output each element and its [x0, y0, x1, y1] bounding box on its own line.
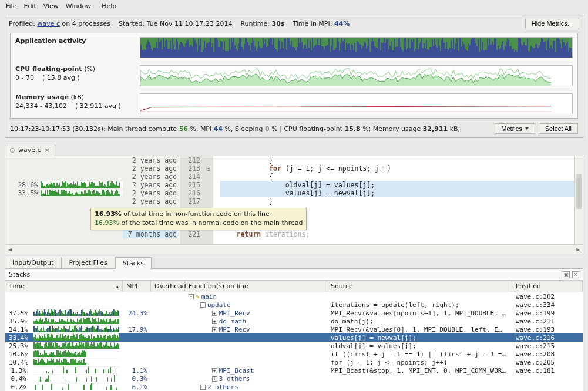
main-icon: ✎ [196, 293, 200, 301]
tree-toggle-icon[interactable]: - [200, 302, 206, 308]
tree-toggle-icon[interactable]: - [189, 294, 194, 299]
tree-toggle-icon[interactable]: + [212, 376, 217, 382]
stack-row[interactable]: -✎mainwave.c:302 [5, 292, 583, 301]
cpu-fp-graph[interactable] [140, 65, 573, 86]
tree-toggle-icon[interactable]: + [212, 327, 217, 332]
file-tab-label: wave.c [18, 146, 41, 154]
file-tabs: wave.c × [5, 144, 583, 156]
line-time-tooltip: 16.93% of total time in non-function cod… [90, 208, 307, 230]
stack-row[interactable]: 0.4%0.3% +3 others [5, 375, 583, 383]
profiled-processes: on 4 processes [60, 20, 110, 28]
column-position[interactable]: Position [512, 281, 583, 292]
stack-row[interactable]: 10.6% if ((first + j - 1 == 1) || (first… [5, 350, 583, 358]
menu-edit[interactable]: Edit [20, 1, 39, 11]
overview-panel: Profiled: wave c on 4 processes Started:… [5, 15, 583, 138]
stacks-title: Stacks [9, 271, 30, 278]
memory-unit: (kB) [71, 93, 85, 101]
vertical-scrollbar[interactable] [574, 156, 583, 244]
stacks-table-body: -✎mainwave.c:302 -updateiterations = upd… [5, 292, 583, 391]
menu-file[interactable]: File [2, 1, 20, 11]
tree-toggle-icon[interactable]: + [212, 311, 217, 316]
metrics-box: Application activity CPU floating-point … [10, 33, 578, 119]
tab-input-output[interactable]: Input/Output [5, 257, 61, 268]
tab-stacks[interactable]: Stacks [115, 257, 152, 269]
column-time[interactable]: Time▴ [5, 281, 123, 292]
stack-row[interactable]: 33.4% values[j] = newval[j];wave.c:216 [5, 333, 583, 342]
memory-title: Memory usage [15, 93, 69, 101]
sort-asc-icon: ▴ [116, 284, 119, 289]
started-label: Started: Tue Nov 11 10:17:23 2014 [119, 20, 232, 28]
cpu-fp-title: CPU floating-point [15, 65, 82, 73]
tab-project-files[interactable]: Project Files [61, 257, 115, 268]
close-panel-icon[interactable]: × [572, 271, 579, 278]
file-tab-wave-c[interactable]: wave.c × [5, 144, 55, 156]
stack-row[interactable]: 35.9% +do_mathdo_math(j);wave.c:211 [5, 317, 583, 325]
status-sleep-pct: 0 [265, 125, 270, 133]
memory-range: 24,334 - 43,102 [15, 102, 67, 110]
source-line[interactable]: } [220, 197, 583, 205]
profiled-target-link[interactable]: wave c [37, 20, 60, 28]
select-all-button[interactable]: Select All [539, 123, 578, 134]
runtime-value: 30s [272, 20, 285, 28]
source-line[interactable]: for (j = 1; j <= npoints; j++) [220, 164, 583, 173]
stack-row[interactable]: 25.3% oldval[j] = values[j];wave.c:215 [5, 342, 583, 350]
stack-row[interactable]: 10.4% for (j = 1; j <= npoints; j++)wave… [5, 358, 583, 366]
metrics-dropdown-button[interactable]: Metrics [495, 123, 535, 134]
stacks-panel: Stacks ▣ × Time▴ MPI Overhead Function(s… [5, 268, 583, 391]
status-mem: 32,911 [423, 125, 448, 133]
scroll-left-icon[interactable]: ◄ [5, 246, 14, 252]
column-mpi[interactable]: MPI [123, 281, 151, 292]
status-compute-pct: 56 [179, 125, 188, 133]
mpi-time-label: Time in MPI: [293, 20, 334, 28]
stack-row[interactable]: 37.5%24.3% +MPI_RecvMPI_Recv(&values[npo… [5, 309, 583, 317]
source-line[interactable]: { [220, 173, 583, 181]
status-mpi-pct: 44 [214, 125, 223, 133]
detach-icon[interactable]: ▣ [563, 271, 570, 278]
status-cpufp: 15.8 [345, 125, 361, 133]
horizontal-scrollbar[interactable]: ◄ ► [5, 244, 583, 254]
mpi-time-value: 44% [334, 20, 350, 28]
hide-metrics-button[interactable]: Hide Metrics... [525, 18, 579, 29]
status-bar: 10:17:23-10:17:53 (30.132s): Main thread… [5, 121, 583, 137]
activity-title: Application activity [15, 37, 133, 46]
source-line[interactable]: values[j] = newval[j]; [220, 189, 583, 197]
stack-row[interactable]: -updateiterations = update(left, right);… [5, 301, 583, 309]
tree-toggle-icon[interactable]: + [212, 319, 217, 324]
menu-help[interactable]: Help [98, 1, 120, 11]
close-icon[interactable]: × [45, 146, 50, 154]
source-line[interactable]: return iterations; [220, 230, 583, 238]
stack-row[interactable]: 1.3%1.1% +MPI_BcastMPI_Bcast(&stop, 1, M… [5, 366, 583, 375]
menu-view[interactable]: View [40, 1, 62, 11]
source-line[interactable]: } [220, 156, 583, 164]
source-pane: 28.6%33.5%2 years ago2 years ago2 years … [5, 156, 583, 254]
cpu-fp-range: 0 - 70 [15, 74, 34, 82]
memory-avg: ( 32,911 avg ) [75, 102, 121, 110]
menu-window[interactable]: Window [62, 1, 95, 11]
stack-row[interactable]: 0.2%0.1% +2 others [5, 383, 583, 391]
menubar: File Edit View Window Help [0, 0, 588, 12]
tree-toggle-icon[interactable]: + [200, 385, 206, 390]
application-activity-graph[interactable] [140, 37, 573, 58]
column-overhead[interactable]: Overhead [151, 281, 185, 292]
cpu-fp-unit: (%) [84, 65, 95, 73]
column-function[interactable]: Function(s) on line [185, 281, 327, 292]
tree-toggle-icon[interactable]: + [212, 368, 217, 373]
profiled-label: Profiled: [9, 20, 37, 28]
scroll-right-icon[interactable]: ► [574, 246, 583, 252]
source-line[interactable]: oldval[j] = values[j]; [220, 181, 583, 189]
memory-usage-graph[interactable] [140, 93, 573, 114]
stacks-column-header: Time▴ MPI Overhead Function(s) on line S… [5, 280, 583, 292]
runtime-label: Runtime: [240, 20, 271, 28]
cpu-fp-avg: ( 15.8 avg ) [42, 74, 80, 82]
file-tab-icon [10, 148, 15, 153]
bottom-tabs: Input/Output Project Files Stacks [5, 257, 583, 268]
profile-info-row: Profiled: wave c on 4 processes Started:… [5, 15, 583, 33]
stack-row[interactable]: 34.1%17.9% +MPI_RecvMPI_Recv(&values[0],… [5, 325, 583, 333]
column-source[interactable]: Source [327, 281, 512, 292]
